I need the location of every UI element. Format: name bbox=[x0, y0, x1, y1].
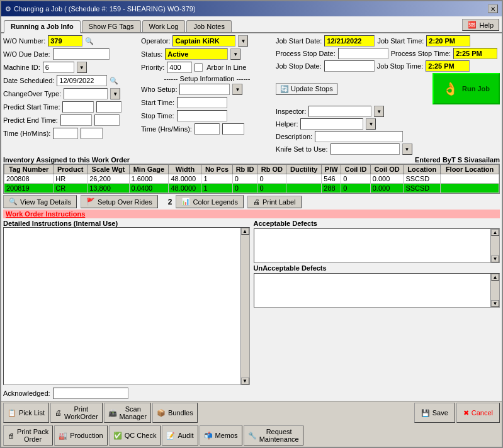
instructions-scrollbar[interactable]: ▲ ▼ bbox=[240, 228, 249, 384]
predict-start-input2[interactable] bbox=[96, 101, 122, 113]
help-button[interactable]: 🆘 Help bbox=[462, 19, 499, 31]
acceptable-scroll-down[interactable]: ▼ bbox=[491, 255, 499, 262]
wo-search-icon[interactable]: 🔍 bbox=[85, 37, 94, 45]
acceptable-scrollbar[interactable]: ▲ ▼ bbox=[490, 229, 499, 262]
tab-bar: Running a Job Info Show FG Tags Work Log… bbox=[1, 16, 502, 33]
toolbar-row2: 🖨 Print Pack Order 🏭 Production ✅ QC Che… bbox=[1, 424, 502, 447]
detailed-instructions-textarea[interactable] bbox=[4, 228, 249, 384]
bottom-toolbars: 📋 Pick List 🖨 Print WorkOrder 📠 Scan Man… bbox=[1, 401, 502, 447]
tab-job-notes[interactable]: Job Notes bbox=[186, 20, 232, 32]
job-stop-date-input[interactable] bbox=[324, 60, 375, 72]
who-setup-input[interactable] bbox=[179, 84, 230, 95]
pack-order-icon: 🖨 bbox=[8, 432, 14, 439]
print-workorder-button[interactable]: 🖨 Print WorkOrder bbox=[50, 403, 103, 423]
job-stop-time-label: Job Stop Time: bbox=[377, 62, 423, 70]
scan-manager-button[interactable]: 📠 Scan Manager bbox=[104, 403, 151, 423]
wo-due-date-input[interactable] bbox=[53, 48, 110, 60]
machine-id-input[interactable] bbox=[43, 62, 74, 73]
inspector-dropdown[interactable]: ▼ bbox=[374, 106, 384, 117]
inspector-input[interactable] bbox=[308, 106, 371, 117]
scan-icon: 📠 bbox=[108, 409, 117, 417]
col-coil-id: Coil ID bbox=[341, 165, 371, 174]
acknowledged-label: Acknowledged: bbox=[3, 389, 50, 397]
operator-dropdown[interactable]: ▼ bbox=[238, 35, 248, 47]
setup-overrides-button[interactable]: 🚩 Setup Over Rides bbox=[81, 195, 158, 208]
predict-start-input1[interactable] bbox=[62, 101, 94, 113]
acceptable-defects-title: Acceptable Defects bbox=[254, 220, 500, 227]
save-button[interactable]: 💾 Save bbox=[414, 403, 455, 423]
job-stop-time-input[interactable] bbox=[426, 60, 470, 72]
unacceptable-scroll-down[interactable]: ▼ bbox=[491, 300, 499, 307]
process-stop-time-input[interactable] bbox=[453, 48, 497, 59]
changeover-type-input[interactable] bbox=[64, 88, 108, 99]
table-row[interactable]: 200819CR13,8000.040048.000010028800.000S… bbox=[4, 184, 499, 193]
bundles-button[interactable]: 📦 Bundles bbox=[152, 403, 198, 423]
helper-input[interactable] bbox=[300, 118, 363, 130]
print-label-button[interactable]: 🖨 Print Label bbox=[247, 196, 302, 208]
right-form-col: Job Start Date: Job Start Time: Process … bbox=[276, 35, 500, 155]
job-start-time-label: Job Start Time: bbox=[377, 37, 424, 45]
run-job-button[interactable]: 👌 Run Job bbox=[432, 73, 500, 104]
date-calendar-icon[interactable]: 🔍 bbox=[110, 77, 118, 85]
defects-col: Acceptable Defects ▲ ▼ UnAcceptable Defe… bbox=[254, 220, 500, 385]
helper-dropdown[interactable]: ▼ bbox=[366, 118, 376, 130]
who-setup-dropdown[interactable]: ▼ bbox=[232, 84, 242, 95]
tab-show-fg-tags[interactable]: Show FG Tags bbox=[82, 20, 141, 32]
knife-set-dropdown[interactable]: ▼ bbox=[402, 143, 412, 155]
status-dropdown[interactable]: ▼ bbox=[230, 48, 240, 60]
time-hr-input2[interactable] bbox=[81, 128, 103, 139]
stop-time-input[interactable] bbox=[177, 110, 227, 121]
acceptable-scroll-up[interactable]: ▲ bbox=[491, 229, 499, 236]
predict-end-input1[interactable] bbox=[60, 115, 92, 126]
scroll-up-arrow[interactable]: ▲ bbox=[241, 228, 249, 235]
description-input[interactable] bbox=[315, 131, 403, 142]
audit-button[interactable]: 📝 Audit bbox=[162, 425, 198, 445]
memos-button[interactable]: 📬 Memos bbox=[200, 425, 242, 445]
pick-list-button[interactable]: 📋 Pick List bbox=[3, 403, 49, 423]
time-hrs-label: Time (Hrs/Mins): bbox=[141, 125, 192, 133]
view-tag-details-button[interactable]: 🔍 View Tag Details bbox=[3, 195, 77, 208]
scroll-down-arrow[interactable]: ▼ bbox=[241, 378, 249, 384]
inventory-table: Tag Number Product Scale Wgt Min Gage Wi… bbox=[4, 164, 499, 193]
date-scheduled-input[interactable] bbox=[57, 75, 107, 86]
acknowledged-row: Acknowledged: bbox=[3, 388, 500, 399]
knife-set-input[interactable] bbox=[331, 143, 400, 155]
main-window: ⚙ Changing a Job ( (Schedule #: 159 - SH… bbox=[0, 0, 503, 448]
start-time-input[interactable] bbox=[177, 97, 227, 108]
unacceptable-scroll-up[interactable]: ▲ bbox=[491, 274, 499, 281]
tab-running-info[interactable]: Running a Job Info bbox=[4, 20, 81, 33]
acceptable-defects-textarea[interactable] bbox=[254, 229, 500, 262]
changeover-type-dropdown[interactable]: ▼ bbox=[110, 88, 120, 99]
process-stop-date-label: Process Stop Date: bbox=[276, 50, 336, 57]
time-hrs-input1[interactable] bbox=[195, 123, 220, 135]
instructions-title-bar: Work Order Instructions bbox=[3, 210, 500, 218]
operator-input[interactable] bbox=[172, 35, 235, 47]
update-stops-button[interactable]: 🔄 Update Stops bbox=[276, 83, 337, 95]
detailed-instructions-box: ▲ ▼ bbox=[3, 227, 250, 385]
color-legends-button[interactable]: 📊 Color Legends bbox=[176, 195, 244, 208]
qc-check-button[interactable]: ✅ QC Check bbox=[109, 425, 161, 445]
time-hr-input1[interactable] bbox=[53, 128, 78, 139]
status-input[interactable] bbox=[165, 48, 228, 60]
production-button[interactable]: 🏭 Production bbox=[54, 425, 108, 445]
process-stop-date-input[interactable] bbox=[338, 48, 388, 59]
wo-number-input[interactable] bbox=[48, 35, 82, 47]
unacceptable-scrollbar[interactable]: ▲ ▼ bbox=[490, 274, 499, 307]
print-pack-order-button[interactable]: 🖨 Print Pack Order bbox=[3, 425, 53, 445]
job-start-date-input[interactable] bbox=[324, 35, 375, 47]
priority-input[interactable] bbox=[167, 62, 192, 73]
tab-work-log[interactable]: Work Log bbox=[142, 20, 186, 32]
request-maintenance-button[interactable]: 🔧 Request Maintenance bbox=[244, 425, 303, 445]
detailed-instructions-title: Detailed Instructions (Internal Use) bbox=[3, 220, 250, 227]
table-row[interactable]: 200808HR26,2001.600048.000010054600.000S… bbox=[4, 174, 499, 184]
predict-end-input2[interactable] bbox=[94, 115, 120, 126]
acknowledged-input[interactable] bbox=[53, 388, 128, 399]
close-button[interactable]: ✕ bbox=[488, 4, 498, 13]
machine-id-dropdown[interactable]: ▼ bbox=[77, 62, 87, 73]
time-hrs-input2[interactable] bbox=[222, 123, 244, 135]
unacceptable-defects-textarea[interactable] bbox=[254, 274, 500, 307]
arbor-inline-checkbox[interactable] bbox=[195, 64, 203, 72]
cancel-button[interactable]: ✖ Cancel bbox=[456, 403, 500, 423]
job-start-time-input[interactable] bbox=[426, 35, 470, 47]
col-scale-wgt: Scale Wgt bbox=[88, 165, 129, 174]
